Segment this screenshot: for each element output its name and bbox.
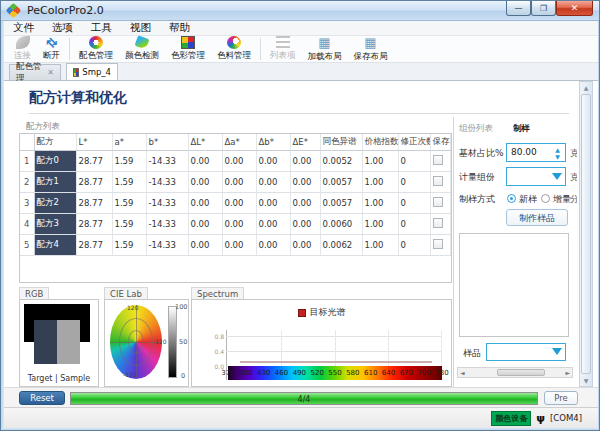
- y-tick: 0.8: [208, 333, 224, 340]
- recipe-name-cell[interactable]: 配方2: [34, 193, 76, 214]
- toolbar-button-color-match-manage[interactable]: 配色管理: [73, 36, 119, 62]
- progress-text: 4/4: [71, 395, 537, 404]
- save-checkbox[interactable]: [433, 218, 443, 228]
- scroll-right-icon[interactable]: ►: [565, 369, 570, 377]
- col-price-index[interactable]: 价格指数: [362, 134, 398, 151]
- a-axis-max: 120: [155, 338, 166, 345]
- tab-close-icon[interactable]: ✕: [47, 68, 54, 77]
- maximize-button[interactable]: ❐: [531, 1, 556, 16]
- spectrum-panel-label: Spectrum: [191, 287, 244, 299]
- radio-new-sample[interactable]: [507, 194, 516, 203]
- toolbar-button-colorant-manage[interactable]: 色料管理: [211, 36, 257, 62]
- col-dL[interactable]: ΔL*: [188, 134, 222, 151]
- toolbar-button-color-manage[interactable]: 色彩管理: [165, 36, 211, 62]
- sample-dropdown[interactable]: [486, 343, 566, 361]
- tab-component-list[interactable]: 组份列表: [459, 123, 493, 135]
- b-axis-max: 120: [127, 304, 138, 311]
- col-metamerism[interactable]: 同色异谱: [320, 134, 362, 151]
- target-spectrum-line: [240, 361, 432, 363]
- close-button[interactable]: ✕: [556, 1, 593, 16]
- rgb-panel: Target | Sample: [19, 299, 99, 387]
- save-checkbox[interactable]: [433, 239, 443, 249]
- device-status-badge: 颜色设备: [491, 411, 531, 426]
- tab-color-match-manage[interactable]: 配色管理 ✕: [9, 64, 61, 80]
- scrollbar-thumb[interactable]: [497, 369, 545, 376]
- component-listbox[interactable]: [459, 233, 569, 337]
- recipe-name-cell[interactable]: 配方4: [34, 235, 76, 256]
- page-title: 配方计算和优化: [29, 89, 127, 107]
- minimize-button[interactable]: —: [506, 1, 531, 16]
- base-ratio-label: 基材占比%: [459, 147, 504, 160]
- app-window: PeColorPro2.0 — ❐ ✕ 文件 选项 工具 视图 帮助 连接 ⇄ …: [0, 0, 600, 431]
- spinner-arrows-icon[interactable]: ▲▼: [551, 145, 564, 160]
- toolbar-button-save-layout[interactable]: ▦ 保存布局: [348, 36, 394, 62]
- toolbar-button-load-layout[interactable]: ▦ 加载布局: [302, 36, 348, 62]
- menubar: 文件 选项 工具 视图 帮助: [4, 21, 598, 36]
- pre-button[interactable]: Pre: [544, 391, 578, 405]
- scroll-up-icon[interactable]: ▲: [580, 84, 592, 91]
- recipe-name-cell[interactable]: 配方1: [34, 172, 76, 193]
- y-tick: 0.4: [208, 348, 224, 355]
- toolbar-button-disconnect[interactable]: ⇄ 断开: [37, 36, 66, 62]
- tab-smp4[interactable]: Smp_4: [66, 63, 118, 80]
- wavelength-axis: 370 400 430 460 490 520 550 580 610 640 …: [228, 366, 442, 380]
- base-ratio-spinner[interactable]: 80.00 ▲▼: [506, 143, 566, 162]
- col-db[interactable]: Δb*: [256, 134, 290, 151]
- usb-icon: ψ: [536, 412, 545, 425]
- radio-increment[interactable]: [541, 194, 550, 203]
- reset-button[interactable]: Reset: [19, 391, 65, 405]
- toolbar-button-connect: 连接: [8, 36, 37, 62]
- toolbar-button-color-detect[interactable]: 颜色检测: [119, 36, 165, 62]
- table-row[interactable]: 4 配方3 28.77 1.59 -14.33 0.00 0.00 0.00 0…: [20, 214, 450, 235]
- clipped-text: 分: [570, 193, 577, 206]
- progress-bar: 4/4: [70, 392, 538, 405]
- table-row[interactable]: 3 配方2 28.77 1.59 -14.33 0.00 0.00 0.00 0…: [20, 193, 450, 214]
- col-b[interactable]: b*: [146, 134, 188, 151]
- color-detect-icon: [134, 35, 149, 49]
- cielab-panel-label: CIE Lab: [104, 287, 148, 299]
- titlebar[interactable]: PeColorPro2.0 — ❐ ✕: [1, 1, 600, 21]
- table-row[interactable]: 1 配方0 28.77 1.59 -14.33 0.00 0.00 0.00 0…: [20, 151, 450, 172]
- clipped-text: 克: [570, 147, 577, 160]
- legend-swatch: [298, 309, 306, 317]
- col-recipe[interactable]: 配方: [34, 134, 76, 151]
- make-sample-button[interactable]: 制作样品: [506, 209, 568, 226]
- scroll-down-icon[interactable]: ▼: [580, 377, 592, 384]
- recipe-list-label: 配方列表: [26, 121, 60, 133]
- scrollbar-thumb[interactable]: [581, 94, 591, 374]
- rgb-caption: Target | Sample: [20, 374, 98, 383]
- component-dropdown[interactable]: [506, 167, 566, 186]
- vertical-scrollbar[interactable]: ▲ ▼: [579, 81, 593, 387]
- recipe-name-cell[interactable]: 配方0: [34, 151, 76, 172]
- clipped-text: 克: [570, 171, 577, 184]
- col-save[interactable]: 保存: [430, 134, 450, 151]
- save-checkbox[interactable]: [433, 197, 443, 207]
- scroll-left-icon[interactable]: ◄: [460, 369, 465, 377]
- col-dE[interactable]: ΔE*: [290, 134, 320, 151]
- rgb-panel-label: RGB: [19, 287, 49, 299]
- table-row[interactable]: 2 配方1 28.77 1.59 -14.33 0.00 0.00 0.00 0…: [20, 172, 450, 193]
- menu-view[interactable]: 视图: [121, 21, 160, 35]
- col-a[interactable]: a*: [112, 134, 146, 151]
- sample-grid-icon: [73, 68, 79, 77]
- action-bar: Reset 4/4 Pre: [4, 387, 598, 407]
- save-checkbox[interactable]: [433, 155, 443, 165]
- recipe-name-cell[interactable]: 配方3: [34, 214, 76, 235]
- table-row[interactable]: 5 配方4 28.77 1.59 -14.33 0.00 0.00 0.00 0…: [20, 235, 450, 256]
- menu-tools[interactable]: 工具: [82, 21, 121, 35]
- save-checkbox[interactable]: [433, 176, 443, 186]
- col-corrections[interactable]: 修正次数: [398, 134, 430, 151]
- tab-make-sample[interactable]: 制样: [513, 123, 530, 135]
- menu-file[interactable]: 文件: [4, 21, 43, 35]
- col-L[interactable]: L*: [76, 134, 112, 151]
- menu-options[interactable]: 选项: [43, 21, 82, 35]
- toolbar-separator: [69, 38, 70, 60]
- save-layout-icon: ▦: [364, 36, 378, 50]
- sample-color-swatch: [57, 320, 80, 364]
- col-da[interactable]: Δa*: [222, 134, 256, 151]
- horizontal-scrollbar[interactable]: ◄ ►: [457, 367, 573, 378]
- menu-help[interactable]: 帮助: [160, 21, 199, 35]
- main-content: 配方计算和优化 配方列表 配方 L* a* b* ΔL* Δa* Δb*: [4, 81, 598, 387]
- panel-divider: [453, 117, 454, 387]
- list-items-icon: [276, 36, 290, 49]
